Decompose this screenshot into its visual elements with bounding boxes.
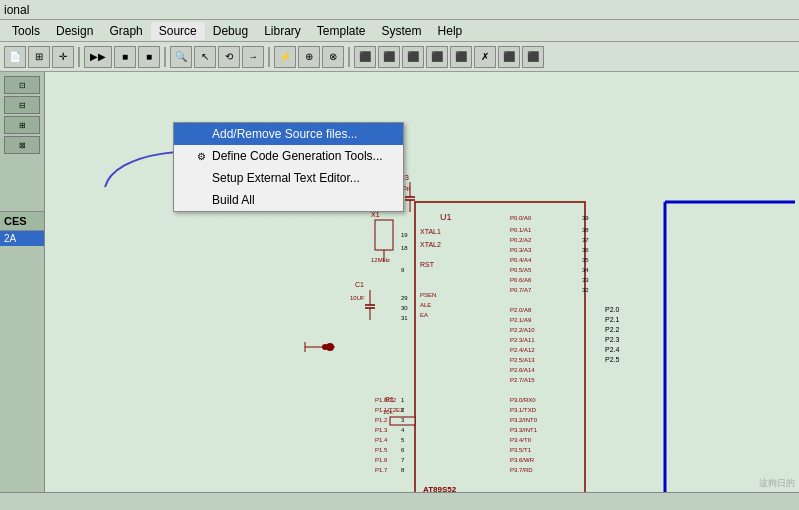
ces-label-container: CES <box>0 212 44 231</box>
title-text: ional <box>4 3 29 17</box>
svg-text:10k: 10k <box>383 409 394 415</box>
svg-text:38: 38 <box>582 227 589 233</box>
svg-text:X1: X1 <box>371 211 380 218</box>
svg-text:PSEN: PSEN <box>420 292 436 298</box>
svg-text:P3.4/T0: P3.4/T0 <box>510 437 532 443</box>
toolbar-sep-4 <box>348 47 350 67</box>
ces-panel: ⊡ ⊟ ⊞ ⊠ CES 2A <box>0 72 45 510</box>
menu-build-all[interactable]: Build All <box>174 189 403 211</box>
svg-text:31: 31 <box>401 315 408 321</box>
ces-active-item[interactable]: 2A <box>0 231 44 246</box>
tool-btn-3[interactable]: ⊞ <box>4 116 40 134</box>
svg-text:P3.1/TXD: P3.1/TXD <box>510 407 537 413</box>
svg-text:P2.3/A11: P2.3/A11 <box>510 337 535 343</box>
svg-text:12MHz: 12MHz <box>371 257 390 263</box>
menu-bar: Tools Design Graph Source Debug Library … <box>0 20 799 42</box>
svg-text:P2.2/A10: P2.2/A10 <box>510 327 535 333</box>
toolbar-btn-12[interactable]: ⊗ <box>322 46 344 68</box>
menu-setup-text-editor[interactable]: Setup External Text Editor... <box>174 167 403 189</box>
svg-text:XTAL2: XTAL2 <box>420 241 441 248</box>
menu-add-remove-source[interactable]: Add/Remove Source files... <box>174 123 403 145</box>
svg-text:P0.4/A4: P0.4/A4 <box>510 257 532 263</box>
svg-text:33: 33 <box>582 277 589 283</box>
ces-label: CES <box>4 215 27 227</box>
toolbar-btn-7[interactable]: ↖ <box>194 46 216 68</box>
svg-text:P2.3: P2.3 <box>605 336 620 343</box>
menu-tools[interactable]: Tools <box>4 22 48 40</box>
toolbar-btn-9[interactable]: → <box>242 46 264 68</box>
menu-source[interactable]: Source <box>151 22 205 40</box>
toolbar-btn-20[interactable]: ⬛ <box>522 46 544 68</box>
svg-text:P0.3/A3: P0.3/A3 <box>510 247 532 253</box>
menu-template[interactable]: Template <box>309 22 374 40</box>
left-tools: ⊡ ⊟ ⊞ ⊠ <box>0 72 44 212</box>
toolbar-btn-3[interactable]: ✛ <box>52 46 74 68</box>
toolbar-sep-3 <box>268 47 270 67</box>
toolbar-btn-zoom[interactable]: 🔍 <box>170 46 192 68</box>
toolbar-sep-2 <box>164 47 166 67</box>
menu-library[interactable]: Library <box>256 22 309 40</box>
svg-text:P3.7/RD: P3.7/RD <box>510 467 533 473</box>
toolbar-btn-1[interactable]: 📄 <box>4 46 26 68</box>
canvas-area[interactable]: U1 XTAL1 XTAL2 RST PSEN ALE EA P0.0/A0 P… <box>45 72 799 510</box>
toolbar-btn-16[interactable]: ⬛ <box>426 46 448 68</box>
toolbar-btn-18[interactable]: ✗ <box>474 46 496 68</box>
toolbar-btn-15[interactable]: ⬛ <box>402 46 424 68</box>
svg-text:RST: RST <box>420 261 435 268</box>
toolbar-btn-6[interactable]: ■ <box>138 46 160 68</box>
svg-text:P0.7/A7: P0.7/A7 <box>510 287 532 293</box>
svg-text:P1.7: P1.7 <box>375 467 388 473</box>
svg-rect-55 <box>375 220 393 250</box>
toolbar-btn-4[interactable]: ▶▶ <box>84 46 112 68</box>
svg-text:P1.2: P1.2 <box>375 417 388 423</box>
svg-text:30: 30 <box>401 305 408 311</box>
svg-text:P0.2/A2: P0.2/A2 <box>510 237 532 243</box>
toolbar-btn-8[interactable]: ⟲ <box>218 46 240 68</box>
menu-help[interactable]: Help <box>430 22 471 40</box>
tool-btn-4[interactable]: ⊠ <box>4 136 40 154</box>
menu-debug[interactable]: Debug <box>205 22 256 40</box>
menu-system[interactable]: System <box>374 22 430 40</box>
gear-icon: ⚙ <box>194 151 208 162</box>
svg-text:U1: U1 <box>440 212 452 222</box>
menu-define-code-gen[interactable]: ⚙ Define Code Generation Tools... <box>174 145 403 167</box>
svg-text:34: 34 <box>582 267 589 273</box>
svg-text:P1.6: P1.6 <box>375 457 388 463</box>
toolbar-btn-2[interactable]: ⊞ <box>28 46 50 68</box>
toolbar-btn-19[interactable]: ⬛ <box>498 46 520 68</box>
toolbar-btn-14[interactable]: ⬛ <box>378 46 400 68</box>
svg-text:P3.3/INT1: P3.3/INT1 <box>510 427 538 433</box>
svg-text:P1.5: P1.5 <box>375 447 388 453</box>
svg-text:P1.4: P1.4 <box>375 437 388 443</box>
svg-text:C1: C1 <box>355 281 364 288</box>
svg-text:P0.5/A5: P0.5/A5 <box>510 267 532 273</box>
toolbar-btn-5[interactable]: ■ <box>114 46 136 68</box>
svg-text:P2.5/A13: P2.5/A13 <box>510 357 535 363</box>
svg-text:P0.6/A6: P0.6/A6 <box>510 277 532 283</box>
toolbar-btn-11[interactable]: ⊕ <box>298 46 320 68</box>
source-dropdown-menu: Add/Remove Source files... ⚙ Define Code… <box>173 122 404 212</box>
toolbar-btn-10[interactable]: ⚡ <box>274 46 296 68</box>
menu-design[interactable]: Design <box>48 22 101 40</box>
svg-text:XTAL1: XTAL1 <box>420 228 441 235</box>
menu-graph[interactable]: Graph <box>101 22 150 40</box>
svg-text:P2.1: P2.1 <box>605 316 620 323</box>
svg-text:P2.5: P2.5 <box>605 356 620 363</box>
tool-btn-2[interactable]: ⊟ <box>4 96 40 114</box>
svg-text:P3.6/WR: P3.6/WR <box>510 457 535 463</box>
svg-text:R1: R1 <box>385 396 394 403</box>
svg-text:39: 39 <box>582 215 589 221</box>
svg-text:P3.5/T1: P3.5/T1 <box>510 447 532 453</box>
svg-text:P3.0/RX0: P3.0/RX0 <box>510 397 536 403</box>
tool-btn-1[interactable]: ⊡ <box>4 76 40 94</box>
svg-text:19: 19 <box>401 232 408 238</box>
toolbar-btn-17[interactable]: ⬛ <box>450 46 472 68</box>
toolbar-btn-13[interactable]: ⬛ <box>354 46 376 68</box>
svg-text:37: 37 <box>582 237 589 243</box>
svg-text:P2.2: P2.2 <box>605 326 620 333</box>
title-bar: ional <box>0 0 799 20</box>
toolbar-sep-1 <box>78 47 80 67</box>
svg-text:35: 35 <box>582 257 589 263</box>
svg-text:P2.6/A14: P2.6/A14 <box>510 367 535 373</box>
toolbar: 📄 ⊞ ✛ ▶▶ ■ ■ 🔍 ↖ ⟲ → ⚡ ⊕ ⊗ ⬛ ⬛ ⬛ ⬛ ⬛ ✗ ⬛… <box>0 42 799 72</box>
